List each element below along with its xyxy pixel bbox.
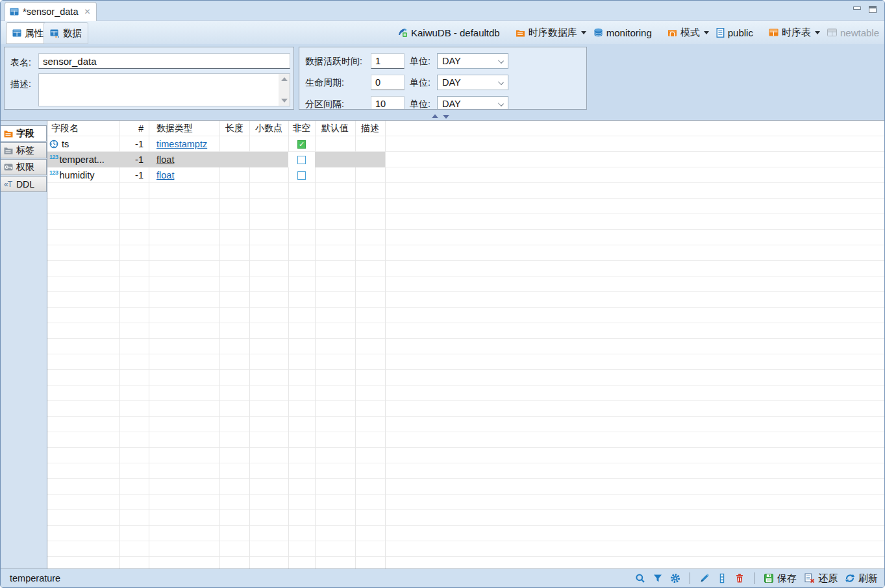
breadcrumb-schema[interactable]: public <box>716 27 753 38</box>
breadcrumb-schema-type[interactable]: 模式 <box>667 27 710 39</box>
breadcrumb-schema-label: public <box>728 27 753 38</box>
filter-icon[interactable] <box>653 573 663 583</box>
breadcrumb-table-label: newtable <box>840 27 879 38</box>
sidebar-item-fields[interactable]: 字段 <box>1 125 47 141</box>
field-desc <box>355 167 385 183</box>
current-cell-value: temperature <box>10 573 60 583</box>
active-time-unit-select[interactable]: DAY <box>437 53 508 69</box>
field-scale <box>249 152 288 167</box>
active-time-input[interactable] <box>371 53 405 69</box>
columns-icon[interactable] <box>717 573 727 583</box>
sidebar-item-ddl[interactable]: «T DDL <box>1 176 47 192</box>
lifecycle-unit-select[interactable]: DAY <box>437 75 508 90</box>
column-header-default[interactable]: 默认值 <box>315 121 355 136</box>
breadcrumb-database[interactable]: monitoring <box>593 27 652 38</box>
chevron-down-icon <box>498 101 504 106</box>
delete-trash-icon[interactable] <box>734 573 745 583</box>
kaiwudb-icon <box>397 27 408 38</box>
sidebar-item-permissions[interactable]: 权限 <box>1 159 47 175</box>
column-header-scale[interactable]: 小数点 <box>249 121 288 136</box>
general-panel: 表名: 描述: <box>4 47 294 110</box>
field-desc <box>355 152 385 167</box>
table-row-ts[interactable]: ts -1 timestamptz <box>47 136 385 152</box>
breadcrumb-table: newtable <box>827 27 879 38</box>
column-header-name[interactable]: 字段名 <box>47 121 119 136</box>
tab-data-label: 数据 <box>63 27 82 40</box>
form-area: 表名: 描述: 数据活跃时间: 单位: DAY <box>1 44 884 120</box>
field-type-link[interactable]: float <box>156 154 174 165</box>
description-scrollbar[interactable] <box>279 74 290 106</box>
unit-label: 单位: <box>410 99 430 110</box>
schema-icon <box>667 29 677 37</box>
notnull-checkbox[interactable] <box>297 140 306 149</box>
notnull-checkbox[interactable] <box>297 171 306 180</box>
unit-value: DAY <box>442 99 461 109</box>
description-textarea[interactable] <box>39 74 278 106</box>
notnull-checkbox[interactable] <box>297 156 306 164</box>
breadcrumb-db-type-label: 时序数据库 <box>529 27 577 39</box>
fields-grid: 字段名 # 数据类型 长度 小数点 非空 默认值 描述 ts -1 timest… <box>47 121 884 569</box>
breadcrumb-schema-type-label: 模式 <box>680 27 700 39</box>
lifecycle-label: 生命周期: <box>305 77 344 89</box>
unit-value: DAY <box>442 56 461 66</box>
description-label: 描述: <box>10 79 31 90</box>
ts-database-folder-icon <box>516 29 525 37</box>
refresh-label: 刷新 <box>858 572 878 585</box>
scroll-up-icon[interactable] <box>279 75 289 84</box>
database-icon <box>593 28 603 37</box>
search-icon[interactable] <box>635 573 645 583</box>
separator <box>754 572 754 584</box>
close-icon[interactable]: ✕ <box>84 7 90 16</box>
table-row-humidity[interactable]: 123 humidity -1 float <box>47 167 385 183</box>
numeric-type-icon: 123 <box>49 154 58 160</box>
table-row-temperature[interactable]: 123 temperat... -1 float <box>47 152 385 167</box>
column-header-length[interactable]: 长度 <box>219 121 249 136</box>
description-field <box>38 73 290 106</box>
field-scale <box>249 136 288 152</box>
table-name-input[interactable] <box>38 53 290 69</box>
field-scale <box>249 167 288 183</box>
breadcrumb-db-type[interactable]: 时序数据库 <box>516 27 588 39</box>
collapse-up-icon[interactable] <box>432 111 438 118</box>
chevron-down-icon[interactable] <box>815 31 820 37</box>
editor-tab-sensor-data[interactable]: *sensor_data ✕ <box>5 2 97 21</box>
tab-data[interactable]: 数据 <box>44 22 88 44</box>
breadcrumb-table-type-label: 时序表 <box>782 27 811 39</box>
field-default <box>315 152 355 167</box>
sidebar-item-tags[interactable]: 标签 <box>1 142 47 158</box>
editor-tab-title: *sensor_data <box>23 6 78 17</box>
edit-pencil-icon[interactable] <box>699 573 710 583</box>
lifecycle-input[interactable] <box>371 75 405 90</box>
field-type-link[interactable]: float <box>156 170 174 180</box>
column-header-type[interactable]: 数据类型 <box>149 121 219 136</box>
active-time-label: 数据活跃时间: <box>305 56 362 67</box>
window-controls <box>853 6 877 13</box>
refresh-button[interactable]: 刷新 <box>845 572 878 585</box>
scroll-down-icon[interactable] <box>279 96 289 105</box>
gear-icon[interactable] <box>670 573 680 583</box>
app-window: *sensor_data ✕ 属性 数据 KaiwuDB <box>0 0 885 588</box>
unit-label: 单位: <box>410 56 430 67</box>
chevron-down-icon <box>498 79 504 85</box>
data-grid-icon <box>50 29 60 38</box>
field-type-link[interactable]: timestamptz <box>156 139 207 149</box>
column-header-notnull[interactable]: 非空 <box>288 121 315 136</box>
maximize-icon[interactable] <box>869 6 877 13</box>
column-header-ordinal[interactable]: # <box>119 121 149 136</box>
separator <box>690 572 690 584</box>
chevron-down-icon <box>498 58 504 64</box>
field-name: humidity <box>60 170 95 180</box>
chevron-down-icon[interactable] <box>704 31 709 37</box>
field-default <box>315 167 355 183</box>
breadcrumb-table-type[interactable]: 时序表 <box>769 27 821 39</box>
chevron-down-icon[interactable] <box>581 31 586 37</box>
partition-interval-unit-select[interactable]: DAY <box>437 96 508 110</box>
partition-interval-input[interactable] <box>371 96 405 110</box>
minimize-icon[interactable] <box>853 6 861 10</box>
column-header-desc[interactable]: 描述 <box>355 121 385 136</box>
sidebar-item-label: 标签 <box>16 145 34 156</box>
breadcrumb-connection[interactable]: KaiwuDB - defaultdb <box>397 27 500 38</box>
revert-button[interactable]: 还原 <box>804 572 838 585</box>
breadcrumb: KaiwuDB - defaultdb 时序数据库 monitoring <box>397 21 879 44</box>
save-button[interactable]: 保存 <box>764 572 797 585</box>
